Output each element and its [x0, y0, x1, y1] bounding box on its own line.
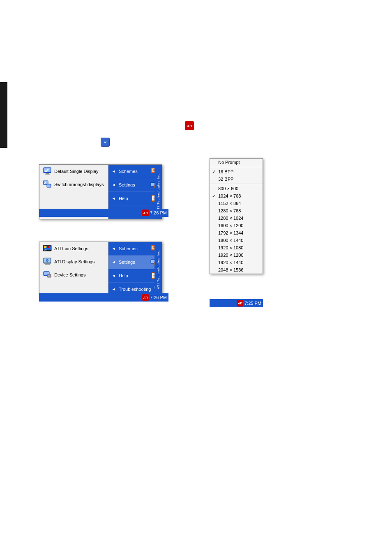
dropdown-1920x1200[interactable]: 1920 × 1200	[210, 251, 263, 259]
menu1-item-switch-displays[interactable]: Switch amongst displays	[39, 178, 108, 191]
dropdown-1280x1024[interactable]: 1280 × 1024	[210, 214, 263, 222]
settings-label: Settings	[119, 182, 135, 187]
settings2-arrow: ◄	[112, 260, 115, 264]
svg-rect-7	[47, 184, 51, 187]
ati-logo[interactable]: ATI	[185, 121, 194, 130]
taskbar-time-2: 7:26 PM	[150, 295, 167, 300]
settings-arrow: ◄	[112, 183, 115, 187]
dropdown-800x600[interactable]: 800 × 600	[210, 185, 263, 192]
svg-point-36	[48, 275, 49, 276]
taskbar-ati-logo-3[interactable]: ATI	[237, 300, 243, 306]
menu2-item-display-settings[interactable]: ATI Display Settings	[39, 255, 108, 268]
troubleshoot2-label: Troubleshooting	[119, 287, 151, 292]
ati-display-settings-icon	[43, 257, 52, 266]
svg-rect-1	[46, 173, 49, 174]
menu1-right-schemes[interactable]: ◄ Schemes	[108, 165, 162, 178]
dropdown-1920x1440[interactable]: 1920 × 1440	[210, 259, 263, 266]
dropdown-32bpp[interactable]: 32 BPP	[210, 175, 263, 183]
menu2-right-schemes[interactable]: ◄ Schemes	[108, 242, 162, 256]
taskbar-time-3: 7:25 PM	[244, 301, 261, 306]
menu1-right-settings[interactable]: ◄ Settings	[108, 178, 162, 192]
context-menu-2: ATI ATI Icon Settings ATI Display Settin…	[39, 242, 162, 297]
dropdown-1600x1200[interactable]: 1600 × 1200	[210, 222, 263, 229]
back-arrow-button[interactable]: «	[101, 138, 110, 147]
resolution-dropdown: No Prompt 16 BPP 32 BPP 800 × 600 1024 ×…	[210, 158, 263, 274]
menu1-right-help[interactable]: ◄ Help ?	[108, 192, 162, 205]
schemes2-label: Schemes	[119, 246, 138, 251]
dropdown-1152x864[interactable]: 1152 × 864	[210, 200, 263, 207]
schemes2-arrow: ◄	[112, 246, 115, 251]
menu2-left-panel: ATI ATI Icon Settings ATI Display Settin…	[39, 242, 108, 296]
menu1-switch-displays-label: Switch amongst displays	[54, 182, 104, 187]
dropdown-1920x1080[interactable]: 1920 × 1080	[210, 244, 263, 251]
taskbar-strip-1: ATI 7:26 PM	[39, 209, 168, 217]
dropdown-1800x1440[interactable]: 1800 × 1440	[210, 237, 263, 244]
dropdown-2048x1536[interactable]: 2048 × 1536	[210, 266, 263, 274]
menu2-device-settings-label: Device Settings	[54, 272, 85, 277]
dropdown-no-prompt[interactable]: No Prompt	[210, 159, 263, 166]
settings2-label: Settings	[119, 260, 135, 265]
menu1-default-single-label: Default Single Display	[54, 169, 99, 174]
svg-rect-23	[44, 246, 46, 248]
left-sidebar-bar	[0, 82, 7, 148]
help-label: Help	[119, 196, 128, 201]
schemes-arrow: ◄	[112, 169, 115, 173]
dropdown-sep-2	[210, 184, 263, 184]
menu2-icon-settings-label: ATI Icon Settings	[54, 246, 88, 251]
menu1-item-default-single[interactable]: Default Single Display	[39, 165, 108, 178]
svg-rect-2	[45, 174, 50, 175]
svg-text:ATI: ATI	[44, 249, 47, 251]
ati-icon-top[interactable]: ATI	[185, 121, 194, 130]
taskbar-ati-logo-2[interactable]: ATI	[142, 294, 149, 301]
ati-icon-settings-icon: ATI	[43, 244, 52, 253]
device-settings-icon	[43, 270, 52, 279]
dropdown-1792x1344[interactable]: 1792 × 1344	[210, 229, 263, 237]
menu2-item-icon-settings[interactable]: ATI ATI Icon Settings	[39, 242, 108, 255]
help2-arrow: ◄	[112, 274, 115, 278]
dropdown-sep-1	[210, 167, 263, 167]
dropdown-1024x768[interactable]: 1024 × 768	[210, 192, 263, 200]
svg-rect-28	[46, 263, 49, 264]
dropdown-1280x768[interactable]: 1280 × 768	[210, 207, 263, 214]
monitor-check-icon	[43, 167, 52, 176]
taskbar-ati-logo-1[interactable]: ATI	[142, 210, 149, 216]
monitor-switch-icon	[43, 180, 52, 189]
svg-point-31	[47, 260, 48, 261]
dropdown-taskbar: ATI 7:25 PM	[210, 299, 263, 307]
help-arrow: ◄	[112, 196, 115, 200]
dropdown-16bpp[interactable]: 16 BPP	[210, 168, 263, 175]
help2-label: Help	[119, 273, 128, 278]
taskbar-strip-2: ATI 7:26 PM	[39, 293, 168, 302]
schemes-label: Schemes	[119, 169, 138, 174]
troubleshoot2-arrow: ◄	[112, 287, 115, 291]
ati-vertical-text-2: ATI Technologies Inc.	[154, 242, 162, 296]
svg-rect-24	[47, 246, 49, 248]
menu2-item-device-settings[interactable]: Device Settings	[39, 268, 108, 281]
menu2-right-help[interactable]: ◄ Help ?	[108, 269, 162, 283]
menu2-right-settings[interactable]: ◄ Settings	[108, 256, 162, 269]
menu2-right-panel: ◄ Schemes ◄ Settings	[108, 242, 162, 296]
svg-rect-29	[45, 264, 50, 265]
taskbar-time-1: 7:26 PM	[150, 210, 167, 215]
menu2-display-settings-label: ATI Display Settings	[54, 259, 95, 264]
